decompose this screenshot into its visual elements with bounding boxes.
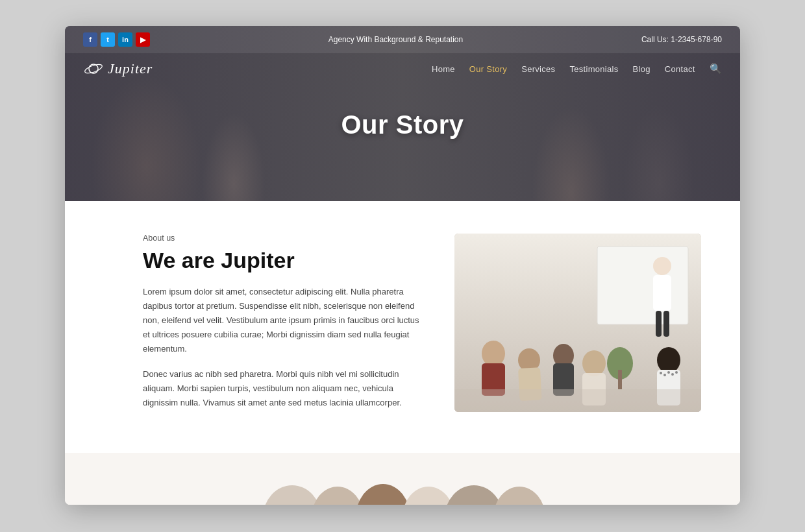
svg-point-21 (660, 372, 662, 374)
about-image-svg (454, 234, 701, 412)
svg-point-19 (657, 347, 680, 373)
phone-number: Call Us: 1-2345-678-90 (641, 35, 722, 44)
about-image (454, 234, 701, 412)
svg-point-25 (675, 371, 678, 374)
browser-window: f t in ▶ Agency With Background & Reputa… (65, 26, 740, 505)
svg-rect-6 (653, 275, 671, 311)
linkedin-icon[interactable]: in (118, 32, 132, 47)
nav-our-story[interactable]: Our Story (469, 64, 507, 74)
svg-rect-7 (656, 311, 662, 337)
about-para-1: Lorem ipsum dolor sit amet, consectetur … (143, 285, 422, 356)
svg-point-23 (667, 371, 670, 374)
about-para-2: Donec varius ac nibh sed pharetra. Morbi… (143, 367, 422, 410)
tagline: Agency With Background & Reputation (328, 35, 463, 44)
content-section: About us We are Jupiter Lorem ipsum dolo… (65, 201, 740, 453)
about-heading: We are Jupiter (143, 248, 422, 273)
logo-planet-icon (83, 58, 104, 79)
nav-links: Home Our Story Services Testimonials Blo… (432, 63, 722, 75)
nav-services[interactable]: Services (521, 64, 555, 74)
logo-text: Jupiter (108, 60, 153, 77)
svg-point-22 (663, 374, 666, 376)
nav-contact[interactable]: Contact (665, 64, 695, 74)
youtube-icon[interactable]: ▶ (136, 32, 150, 47)
about-text: About us We are Jupiter Lorem ipsum dolo… (143, 234, 422, 420)
hero-section: f t in ▶ Agency With Background & Reputa… (65, 26, 740, 201)
social-icons-group: f t in ▶ (83, 32, 150, 47)
svg-rect-10 (618, 370, 622, 389)
search-icon[interactable]: 🔍 (710, 63, 722, 74)
nav-home[interactable]: Home (432, 64, 455, 74)
bottom-teaser (65, 453, 740, 505)
svg-rect-8 (663, 311, 669, 337)
logo[interactable]: Jupiter (83, 58, 153, 79)
svg-point-17 (582, 350, 606, 376)
svg-point-24 (671, 373, 674, 376)
bottom-teaser-svg (65, 453, 740, 505)
svg-point-5 (653, 257, 671, 275)
top-bar: f t in ▶ Agency With Background & Reputa… (65, 26, 740, 53)
hero-title-area: Our Story (65, 84, 740, 152)
nav-testimonials[interactable]: Testimonials (569, 64, 618, 74)
about-image-container (454, 234, 701, 412)
nav-bar: Jupiter Home Our Story Services Testimon… (65, 53, 740, 84)
hero-title: Our Story (65, 110, 740, 139)
svg-point-11 (482, 341, 505, 367)
svg-rect-26 (454, 389, 701, 412)
twitter-icon[interactable]: t (101, 32, 115, 47)
facebook-icon[interactable]: f (83, 32, 97, 47)
svg-rect-4 (597, 247, 688, 324)
nav-blog[interactable]: Blog (633, 64, 650, 74)
section-label: About us (143, 234, 422, 243)
